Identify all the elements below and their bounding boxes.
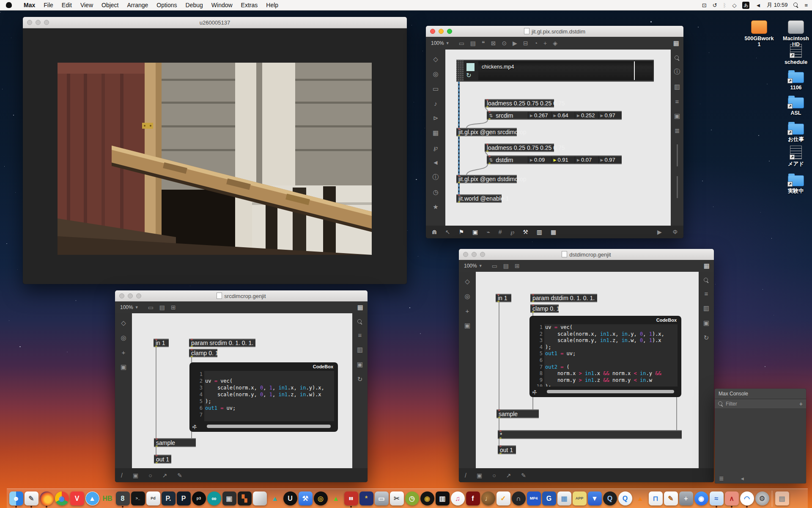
wrench-icon[interactable]: ⚒ [523, 229, 528, 235]
dock-icon-keynote[interactable]: ⊓ [648, 490, 663, 507]
search-icon[interactable] [704, 278, 709, 283]
dock-icon-spectrum-app[interactable]: ▲ [328, 490, 343, 507]
play-all-icon[interactable]: ▶ [657, 229, 662, 235]
dock-icon-video-downloader-app[interactable]: ▼ [587, 490, 602, 507]
window-controls[interactable] [27, 20, 49, 25]
add-icon[interactable]: + [466, 307, 469, 315]
refresh-icon[interactable]: ↻ [704, 334, 709, 342]
dock-icon-textedit[interactable]: ✎ [24, 490, 39, 507]
dock-icon-chrome[interactable]: ◉ [54, 490, 69, 507]
dock-icon-midi-keys-app[interactable]: ▥ [435, 490, 450, 507]
dock-icon-puredata[interactable]: Pd [145, 490, 161, 507]
jit-world-object[interactable]: jit.world @enable 1 [456, 194, 502, 203]
dock-icon-vivaldi[interactable]: V [69, 490, 85, 507]
video-window[interactable]: u260005137 [23, 17, 407, 284]
zoom-level[interactable]: 100% [464, 263, 477, 269]
columns-icon[interactable]: ▥ [357, 346, 363, 353]
airplay-display-icon[interactable]: ⊡ [702, 2, 707, 8]
object-cube-icon[interactable]: ◇ [121, 319, 126, 327]
dock-icon-bluebook-app[interactable]: * [359, 490, 374, 507]
dock-icon-g-house-app[interactable]: G [541, 490, 557, 507]
codebox-icon[interactable]: ⊞ [515, 262, 520, 269]
layers-icon[interactable]: ▣ [477, 472, 482, 479]
dock-icon-safari[interactable]: ▲ [85, 490, 100, 507]
sliders-icon[interactable]: ≣ [675, 127, 680, 135]
codebox-icon[interactable]: ⊞ [171, 304, 176, 311]
menu-item-edit[interactable]: Edit [58, 2, 76, 8]
gen-codebox[interactable]: CodeBox 1 2uv = vec(3 scale(norm.x, 0, 1… [190, 363, 337, 431]
spotlight-icon[interactable] [793, 3, 798, 8]
playlist-clip-swatch[interactable] [466, 63, 475, 71]
menu-clock[interactable]: 月 10:59 [767, 1, 787, 9]
jit-window-titlebar[interactable]: jit.gl.pix.srcdim.dstdim [426, 26, 683, 37]
dock-icon-itunes[interactable]: ♫ [450, 490, 465, 507]
srcdimcrop-titlebar[interactable]: srcdimcrop.genjit [115, 290, 368, 302]
notification-center-icon[interactable]: ≡ [804, 2, 808, 8]
dock-icon-robot-app[interactable]: ▚ [237, 490, 252, 507]
unlock-icon[interactable]: / [465, 472, 466, 479]
flonum-3[interactable]: ▶0.97 [598, 156, 622, 163]
code-line[interactable]: 10); [533, 384, 678, 387]
flonum-1[interactable]: ▶0.91 [551, 156, 575, 163]
video-window-titlebar[interactable]: u260005137 [23, 17, 407, 28]
window-controls[interactable] [119, 293, 141, 298]
dock-icon-quicktime7-app[interactable]: Q [617, 490, 633, 507]
menu-item-debug[interactable]: Debug [181, 2, 207, 8]
loadmess-dstdim-object[interactable]: loadmess 0.25 0.75 0.25 0.75 [485, 144, 554, 152]
flonum-0[interactable]: ▶0.09 [528, 156, 551, 163]
dock-icon-plane-app[interactable]: ▲ [267, 490, 283, 507]
columns-icon[interactable]: ▥ [703, 304, 709, 312]
dstdimcrop-window[interactable]: dstdimcrop.genjit 100%▼ ▭▤⊞ ▦ ◇◎+▣ in 1 … [459, 249, 714, 482]
power-icon[interactable]: Φ [673, 229, 678, 235]
dock-icon-processing-app[interactable]: P. [161, 490, 176, 507]
dock-icon-doc-pen-app[interactable]: ✎ [663, 490, 678, 507]
dstdimcrop-titlebar[interactable]: dstdimcrop.genjit [459, 249, 714, 260]
dock-icon-trash[interactable]: ▤ [774, 490, 790, 507]
list-icon[interactable]: ≡ [705, 290, 708, 297]
dock-icon-disk-doctor-app[interactable]: + [678, 490, 694, 507]
playlist-drag-handle[interactable] [456, 61, 464, 81]
box-icon[interactable]: ▣ [121, 363, 126, 371]
folder-icon[interactable]: ↗ [788, 175, 804, 186]
jit-patcher-canvas[interactable]: ↻ chickens.mp4 loadmess 0.25 0.75 0.25 0… [445, 50, 671, 226]
number-box-icon[interactable]: ⊟ [523, 40, 528, 47]
folder-icon[interactable]: ↗ [788, 124, 804, 135]
select-arrow-icon[interactable]: ↖ [445, 229, 450, 235]
code-line[interactable]: 5); [193, 398, 334, 405]
srcdimcrop-canvas[interactable]: in 1 param srcdim 0. 1. 0. 1. clamp 0. 1… [132, 313, 352, 468]
menu-item-help[interactable]: Help [262, 2, 283, 8]
attrui-arrows-icon[interactable]: ⇅ [489, 112, 493, 119]
refresh-icon[interactable]: ↻ [357, 375, 363, 383]
dock-icon-headphones-app[interactable]: ∩ [511, 490, 526, 507]
playbar-icon[interactable]: ▶ [513, 40, 517, 47]
volume-icon[interactable]: ◄ [755, 2, 761, 8]
playlist-icon[interactable]: ⊳ [433, 114, 439, 122]
zoom-level[interactable]: 100% [431, 40, 444, 46]
jit-gl-pix-srcdimcrop-object[interactable]: jit.gl.pix @gen srcdimcrop [456, 128, 517, 136]
dock-icon-zoom-app[interactable]: ◉ [694, 490, 709, 507]
menu-item-file[interactable]: File [39, 2, 58, 8]
button-icon[interactable]: ⊙ [502, 40, 507, 47]
dock-icon-intel-gadget[interactable]: ≈ [709, 490, 724, 507]
code-line[interactable]: 3 scale(norm.x, 0, 1, in1.x, in.y).x, [193, 384, 334, 391]
console-titlebar[interactable]: Max Console [715, 389, 806, 399]
object-palette-icon[interactable]: ▦ [357, 304, 363, 311]
target-icon[interactable]: ◎ [433, 70, 438, 78]
comment-icon[interactable]: ▤ [159, 304, 165, 311]
flonum-2[interactable]: ▶0.07 [575, 156, 598, 163]
dock-icon-garageband[interactable]: ♩ [480, 490, 496, 507]
gen-param-srcdim-object[interactable]: param srcdim 0. 1. 0. 1. [189, 339, 255, 347]
flonum-2[interactable]: ▶0.252 [575, 112, 598, 119]
dock-icon-p-app[interactable]: P [176, 490, 191, 507]
inspector-icon[interactable]: ⓘ [674, 68, 680, 76]
flonum-1[interactable]: ▶0.64 [551, 112, 575, 119]
presentation-icon[interactable]: ⚑ [458, 229, 464, 235]
jit-patcher-window[interactable]: jit.gl.pix.srcdim.dstdim 100%▼ ▭▤❝⊠⊙▶⊟◔+… [426, 26, 683, 238]
menu-item-view[interactable]: View [76, 2, 97, 8]
dock-icon-arduino[interactable]: ∞ [206, 490, 222, 507]
dock-icon-flash-app[interactable]: f [465, 490, 480, 507]
circle-icon[interactable]: ○ [492, 472, 496, 479]
dock-icon-app-sticky[interactable]: APP [572, 490, 587, 507]
note-icon[interactable]: ♪ [434, 100, 437, 107]
object-cube-icon[interactable]: ◇ [433, 55, 438, 63]
